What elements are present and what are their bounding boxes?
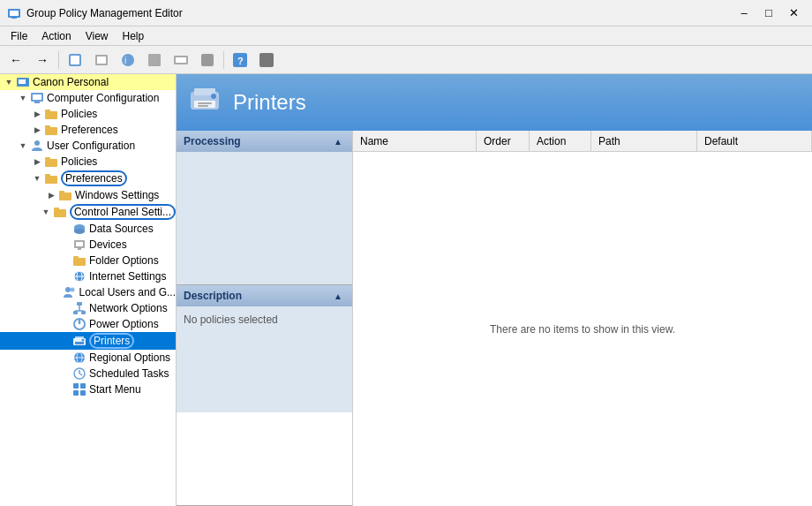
tree-data-sources[interactable]: Data Sources [0,221,176,237]
scheduled-tasks-label: Scheduled Tasks [89,367,169,380]
devices-icon [72,238,86,252]
folder-options-label: Folder Options [89,254,159,267]
svg-rect-2 [11,17,17,19]
start-menu-label: Start Menu [89,383,141,396]
printers-oval-label: Printers [89,333,134,349]
svg-line-64 [79,374,82,375]
svg-rect-20 [33,94,41,100]
tree-windows-settings[interactable]: ▶ Windows Settings [0,187,176,203]
col-header-order[interactable]: Order [477,131,530,151]
processing-header[interactable]: Processing ▲ [177,131,352,152]
toolbar-btn-5[interactable] [169,49,193,72]
col-header-path[interactable]: Path [591,131,697,151]
cc-preferences-label: Preferences [61,124,118,136]
main-layout: ▼ Canon Personal ▼ Computer Configuratio… [0,74,812,506]
svg-rect-74 [198,105,208,107]
col-header-default[interactable]: Default [697,131,812,151]
toolbar-btn-3[interactable]: i [116,49,140,72]
tree-uc-preferences[interactable]: ▼ Preferences [0,170,176,187]
local-users-icon [63,285,77,299]
svg-rect-28 [45,157,50,160]
cc-pol-expand-icon: ▶ [30,110,44,118]
printers-icon [72,334,86,348]
content-title: Printers [233,90,306,115]
scheduled-tasks-icon [72,366,86,381]
table-body-empty: There are no items to show in this view. [353,152,812,506]
col-header-action[interactable]: Action [530,131,591,151]
root-expand-icon: ▼ [2,78,16,87]
tree-internet-settings[interactable]: Internet Settings [0,268,176,284]
menu-action[interactable]: Action [34,28,78,44]
tree-start-menu[interactable]: Start Menu [0,381,176,397]
computer-config-label: Computer Configuration [47,92,159,104]
internet-settings-label: Internet Settings [89,270,166,283]
network-options-icon [72,301,86,315]
tree-control-panel[interactable]: ▼ Control Panel Setti... [0,203,176,221]
close-button[interactable]: ✕ [782,4,805,22]
tree-printers[interactable]: Printers [0,332,176,350]
tree-computer-config[interactable]: ▼ Computer Configuration [0,90,176,106]
network-options-label: Network Options [89,302,168,314]
forward-button[interactable]: → [30,49,55,72]
control-panel-icon [53,205,67,219]
minimize-button[interactable]: – [733,4,756,22]
menu-view[interactable]: View [79,28,116,44]
svg-rect-67 [73,390,79,396]
description-header[interactable]: Description ▲ [177,285,352,306]
uc-pref-expand-icon: ▼ [30,174,44,183]
svg-rect-12 [201,54,214,66]
tree-cc-policies[interactable]: ▶ Policies [0,106,176,122]
toolbar-btn-7[interactable] [254,49,279,72]
svg-rect-30 [45,174,50,177]
uc-pol-expand-icon: ▶ [30,157,44,166]
tree-regional-options[interactable]: Regional Options [0,350,176,366]
tree-uc-policies[interactable]: ▶ Policies [0,154,176,170]
toolbar-btn-4[interactable] [142,49,167,72]
tree-devices[interactable]: Devices [0,237,176,253]
start-menu-icon [72,382,86,396]
tree-cc-preferences[interactable]: ▶ Preferences [0,122,176,138]
tree-panel: ▼ Canon Personal ▼ Computer Configuratio… [0,74,177,506]
cc-policies-label: Policies [61,108,97,120]
tree-network-options[interactable]: Network Options [0,300,176,316]
regional-options-icon [72,351,86,365]
svg-rect-48 [77,302,82,306]
menu-help[interactable]: Help [116,28,152,44]
root-icon [16,75,30,89]
tree-power-options[interactable]: Power Options [0,316,176,332]
toolbar-btn-2[interactable] [89,49,114,72]
power-options-label: Power Options [89,318,159,330]
tree-local-users[interactable]: Local Users and G... [0,284,176,300]
tree-root[interactable]: ▼ Canon Personal [0,74,176,90]
maximize-button[interactable]: □ [757,4,780,22]
user-config-label: User Configuration [47,140,135,152]
processing-collapse-btn[interactable]: ▲ [331,134,345,148]
svg-rect-23 [45,110,50,112]
tree-user-config[interactable]: ▼ User Configuration [0,138,176,154]
local-users-label: Local Users and G... [79,286,176,298]
cp-expand-icon: ▼ [39,208,53,216]
svg-rect-1 [10,11,19,16]
toolbar-btn-6[interactable] [195,49,220,72]
back-button[interactable]: ← [4,49,28,72]
windows-settings-label: Windows Settings [75,189,159,201]
svg-rect-18 [21,85,25,87]
no-policies-text: No policies selected [184,313,278,326]
content-header: Printers [177,74,812,131]
svg-point-58 [82,339,85,342]
folder-icon-2 [44,123,58,137]
col-header-name[interactable]: Name [353,131,477,151]
internet-settings-icon [72,269,86,283]
svg-rect-42 [73,256,79,259]
menu-file[interactable]: File [4,28,34,44]
toolbar-btn-help[interactable]: ? [228,49,252,72]
tree-folder-options[interactable]: Folder Options [0,253,176,268]
svg-rect-33 [54,209,66,217]
toolbar-btn-1[interactable] [63,49,87,72]
description-collapse-btn[interactable]: ▲ [331,289,345,303]
svg-rect-21 [34,102,40,103]
cc-expand-icon: ▼ [16,94,30,102]
svg-rect-65 [73,383,79,389]
tree-scheduled-tasks[interactable]: Scheduled Tasks [0,366,176,381]
root-label: Canon Personal [33,76,109,88]
